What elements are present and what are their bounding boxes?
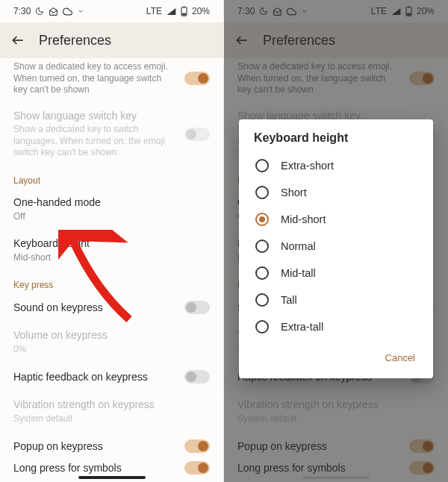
volume-title: Volume on keypress bbox=[13, 329, 210, 342]
vibration-title: Vibration strength on keypress bbox=[13, 398, 210, 412]
sound-toggle[interactable] bbox=[184, 301, 210, 314]
popup-toggle[interactable] bbox=[184, 439, 210, 453]
radio-icon bbox=[255, 159, 269, 172]
settings-list[interactable]: Show a dedicated key to access emoji. Wh… bbox=[0, 58, 223, 482]
battery-pct: 20% bbox=[192, 6, 210, 16]
radio-icon bbox=[255, 293, 269, 307]
option-label: Mid-tall bbox=[281, 267, 316, 279]
phone-left: 7:30 LTE bbox=[0, 0, 224, 482]
sound-row[interactable]: Sound on keypress bbox=[0, 293, 223, 322]
popup-title: Popup on keypress bbox=[13, 440, 177, 454]
option-label: Short bbox=[281, 187, 307, 198]
status-time: 7:30 bbox=[13, 6, 31, 16]
one-handed-row[interactable]: One-handed mode Off bbox=[0, 189, 223, 230]
option-extra-tall[interactable]: Extra-tall bbox=[239, 313, 433, 340]
haptic-title: Haptic feedback on keypress bbox=[13, 371, 177, 384]
emoji-key-desc: Show a dedicated key to access emoji. Wh… bbox=[13, 61, 177, 96]
moon-icon bbox=[35, 7, 44, 16]
language-switch-sub: Show a dedicated key to switch languages… bbox=[13, 124, 177, 159]
vibration-sub: System default bbox=[13, 413, 210, 425]
option-label: Extra-tall bbox=[281, 321, 323, 333]
option-extra-short[interactable]: Extra-short bbox=[239, 152, 433, 179]
longpress-toggle[interactable] bbox=[184, 461, 210, 475]
vibration-row: Vibration strength on keypress System de… bbox=[0, 391, 223, 432]
popup-row[interactable]: Popup on keypress bbox=[0, 432, 223, 460]
section-keypress: Key press bbox=[0, 271, 223, 293]
keyboard-height-title: Keyboard height bbox=[13, 237, 210, 251]
emoji-key-toggle[interactable] bbox=[184, 72, 210, 85]
volume-row: Volume on keypress 0% bbox=[0, 322, 223, 363]
chevron-down-icon bbox=[77, 7, 84, 15]
option-label: Mid-short bbox=[281, 213, 326, 225]
cancel-button[interactable]: Cancel bbox=[381, 348, 420, 368]
dialog-title: Keyboard height bbox=[239, 131, 433, 152]
language-switch-title: Show language switch key bbox=[13, 110, 177, 123]
option-label: Extra-short bbox=[281, 160, 334, 172]
radio-icon bbox=[255, 240, 269, 253]
svg-rect-1 bbox=[183, 6, 185, 7]
network-label: LTE bbox=[146, 6, 162, 16]
page-title: Preferences bbox=[39, 33, 111, 48]
signal-icon bbox=[167, 7, 176, 16]
option-label: Tall bbox=[281, 294, 297, 306]
keyboard-height-dialog: Keyboard height Extra-short Short Mid-sh… bbox=[239, 119, 433, 378]
svg-rect-2 bbox=[182, 13, 186, 16]
longpress-title: Long press for symbols bbox=[13, 462, 177, 475]
phone-right: 7:30 LTE bbox=[224, 0, 448, 482]
cloud-icon bbox=[63, 7, 72, 16]
haptic-toggle[interactable] bbox=[184, 370, 210, 384]
sound-title: Sound on keypress bbox=[13, 301, 177, 315]
radio-icon bbox=[255, 213, 269, 226]
radio-icon bbox=[255, 186, 269, 199]
radio-icon bbox=[255, 266, 269, 280]
option-normal[interactable]: Normal bbox=[239, 233, 433, 260]
status-bar: 7:30 LTE bbox=[0, 0, 223, 22]
option-short[interactable]: Short bbox=[239, 179, 433, 206]
longpress-row[interactable]: Long press for symbols bbox=[0, 460, 223, 475]
keyboard-height-sub: Mid-short bbox=[13, 252, 210, 264]
one-handed-title: One-handed mode bbox=[13, 196, 210, 210]
keyboard-height-row[interactable]: Keyboard height Mid-short bbox=[0, 230, 223, 271]
option-label: Normal bbox=[281, 240, 316, 252]
radio-icon bbox=[255, 320, 269, 334]
option-tall[interactable]: Tall bbox=[239, 287, 433, 313]
language-switch-row: Show language switch key Show a dedicate… bbox=[0, 102, 223, 166]
back-button[interactable] bbox=[10, 33, 25, 48]
mail-icon bbox=[49, 7, 58, 16]
option-mid-tall[interactable]: Mid-tall bbox=[239, 260, 433, 287]
battery-icon bbox=[181, 6, 187, 16]
emoji-key-row[interactable]: Show a dedicated key to access emoji. Wh… bbox=[0, 58, 223, 102]
volume-sub: 0% bbox=[13, 344, 210, 356]
option-mid-short[interactable]: Mid-short bbox=[239, 206, 433, 233]
language-switch-toggle bbox=[184, 128, 210, 141]
section-layout: Layout bbox=[0, 166, 223, 189]
app-header: Preferences bbox=[0, 22, 223, 58]
haptic-row[interactable]: Haptic feedback on keypress bbox=[0, 363, 223, 391]
one-handed-sub: Off bbox=[13, 211, 210, 223]
nav-pill[interactable] bbox=[78, 476, 146, 479]
